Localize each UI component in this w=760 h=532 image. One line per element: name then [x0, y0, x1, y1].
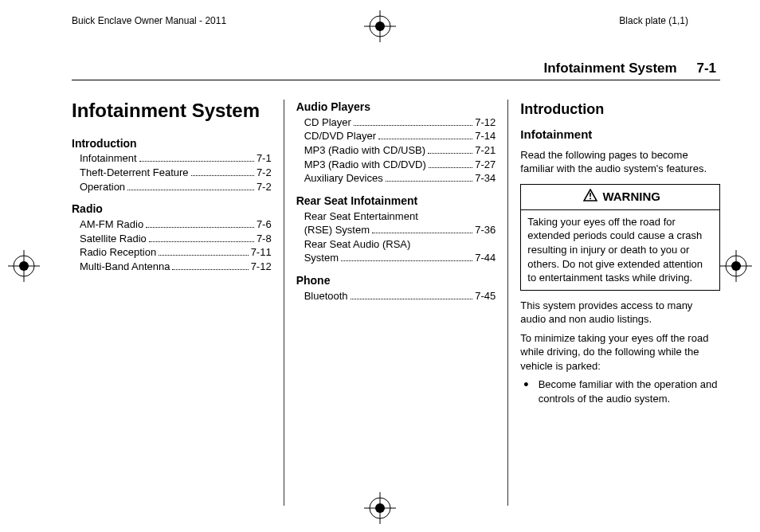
- toc-leader: [159, 255, 249, 256]
- toc-item: Rear Seat Audio (RSA): [296, 237, 496, 252]
- toc-label: MP3 (Radio with CD/USB): [304, 143, 425, 158]
- bullet-icon: •: [523, 377, 528, 405]
- toc-group-title: Audio Players: [296, 100, 496, 115]
- toc-page: 7-12: [475, 115, 496, 130]
- toc-group: IntroductionInfotainment7-1Theft-Deterre…: [72, 136, 272, 194]
- toc-leader: [428, 153, 472, 154]
- toc-label: Theft-Deterrent Feature: [80, 166, 189, 180]
- toc-item: MP3 (Radio with CD/USB)7-21: [296, 143, 496, 158]
- toc-leader: [378, 139, 472, 139]
- toc-page: 7-12: [251, 260, 272, 274]
- toc-page: 7-6: [257, 217, 272, 232]
- toc-item: Radio Reception7-11: [72, 245, 272, 260]
- intro-heading: Introduction: [520, 100, 720, 119]
- toc-label: Rear Seat Audio (RSA): [304, 237, 411, 252]
- toc-item: Rear Seat Entertainment: [296, 209, 496, 224]
- toc-page: 7-36: [475, 223, 496, 237]
- intro-subheading: Infotainment: [520, 127, 720, 143]
- toc-label: Satellite Radio: [80, 232, 147, 246]
- plate-label: Black plate (1,1): [619, 14, 688, 27]
- toc-item: AM-FM Radio7-6: [72, 217, 272, 232]
- toc-page: 7-11: [251, 245, 272, 260]
- toc-leader: [386, 181, 473, 182]
- toc-group: PhoneBluetooth7-45: [296, 273, 496, 303]
- toc-leader: [127, 190, 254, 190]
- toc-item: CD/DVD Player7-14: [296, 129, 496, 143]
- toc-page: 7-8: [257, 232, 272, 246]
- toc-page: 7-14: [475, 129, 496, 143]
- toc-group: Rear Seat InfotainmentRear Seat Entertai…: [296, 194, 496, 265]
- toc-label: Multi-Band Antenna: [80, 260, 170, 274]
- running-head-page: 7-1: [696, 61, 716, 76]
- toc-leader: [351, 299, 473, 299]
- svg-point-18: [590, 198, 591, 199]
- bullet-text: Become familiar with the operation and c…: [539, 377, 720, 405]
- toc-item: (RSE) System7-36: [296, 223, 496, 237]
- toc-leader: [146, 227, 254, 228]
- toc-item: Bluetooth7-45: [296, 289, 496, 303]
- toc-label: Operation: [80, 180, 125, 194]
- toc-label: AM-FM Radio: [80, 217, 143, 232]
- warning-label: WARNING: [602, 189, 660, 205]
- toc-item: Multi-Band Antenna7-12: [72, 260, 272, 274]
- intro-para-3: To minimize taking your eyes off the roa…: [520, 331, 720, 374]
- warning-heading: WARNING: [521, 185, 719, 210]
- page-header: Buick Enclave Owner Manual - 2011 Black …: [0, 14, 760, 27]
- toc-label: (RSE) System: [304, 223, 370, 237]
- toc-leader: [354, 125, 472, 126]
- toc-label: CD Player: [304, 115, 351, 130]
- toc-label: Bluetooth: [304, 289, 348, 303]
- toc-leader: [372, 233, 472, 233]
- intro-para-2: This system provides access to many audi…: [520, 299, 720, 327]
- chapter-title: Infotainment System: [72, 100, 272, 122]
- column-2: Audio PlayersCD Player7-12CD/DVD Player7…: [284, 100, 496, 506]
- toc-group-title: Rear Seat Infotainment: [296, 194, 496, 209]
- top-rule: [72, 80, 720, 80]
- toc-group: RadioAM-FM Radio7-6Satellite Radio7-8Rad…: [72, 201, 272, 273]
- running-head: Infotainment System 7-1: [543, 60, 716, 78]
- toc-page: 7-21: [475, 143, 496, 158]
- toc-label: CD/DVD Player: [304, 129, 376, 143]
- toc-leader: [191, 175, 254, 176]
- intro-lead: Read the following pages to become famil…: [520, 148, 720, 176]
- toc-page: 7-2: [257, 166, 272, 180]
- toc-leader: [341, 260, 472, 261]
- toc-label: Radio Reception: [80, 245, 156, 260]
- toc-group: Audio PlayersCD Player7-12CD/DVD Player7…: [296, 100, 496, 186]
- toc-page: 7-45: [475, 289, 496, 303]
- toc-page: 7-2: [257, 180, 272, 194]
- toc-item: Infotainment7-1: [72, 151, 272, 166]
- toc-page: 7-44: [475, 251, 496, 265]
- bullet-item: • Become familiar with the operation and…: [520, 377, 720, 405]
- toc-item: Satellite Radio7-8: [72, 232, 272, 246]
- toc-label: MP3 (Radio with CD/DVD): [304, 158, 426, 172]
- toc-page: 7-1: [257, 151, 272, 166]
- toc-leader: [149, 241, 254, 242]
- toc-leader: [429, 167, 472, 168]
- toc-item: CD Player7-12: [296, 115, 496, 130]
- toc-item: Auxiliary Devices7-34: [296, 171, 496, 186]
- column-3: Introduction Infotainment Read the follo…: [507, 100, 720, 506]
- warning-box: WARNING Taking your eyes off the road fo…: [520, 184, 720, 291]
- toc-item: MP3 (Radio with CD/DVD)7-27: [296, 158, 496, 172]
- toc-item: Theft-Deterrent Feature7-2: [72, 166, 272, 180]
- toc-item: Operation7-2: [72, 180, 272, 194]
- toc-group-title: Phone: [296, 273, 496, 288]
- toc-page: 7-27: [475, 158, 496, 172]
- crop-mark-right: [720, 250, 752, 282]
- warning-icon: [583, 189, 597, 205]
- toc-group-title: Introduction: [72, 136, 272, 151]
- crop-mark-left: [8, 250, 40, 282]
- manual-title: Buick Enclave Owner Manual - 2011: [72, 14, 226, 27]
- toc-label: Infotainment: [80, 151, 137, 166]
- warning-body: Taking your eyes off the road for extend…: [521, 210, 719, 290]
- toc-leader: [139, 161, 254, 162]
- column-1: Infotainment System IntroductionInfotain…: [72, 100, 272, 506]
- toc-label: System: [304, 251, 339, 265]
- toc-label: Rear Seat Entertainment: [304, 209, 418, 224]
- toc-label: Auxiliary Devices: [304, 171, 383, 186]
- running-head-title: Infotainment System: [543, 61, 676, 76]
- toc-group-title: Radio: [72, 201, 272, 217]
- toc-item: System7-44: [296, 251, 496, 265]
- toc-page: 7-34: [475, 171, 496, 186]
